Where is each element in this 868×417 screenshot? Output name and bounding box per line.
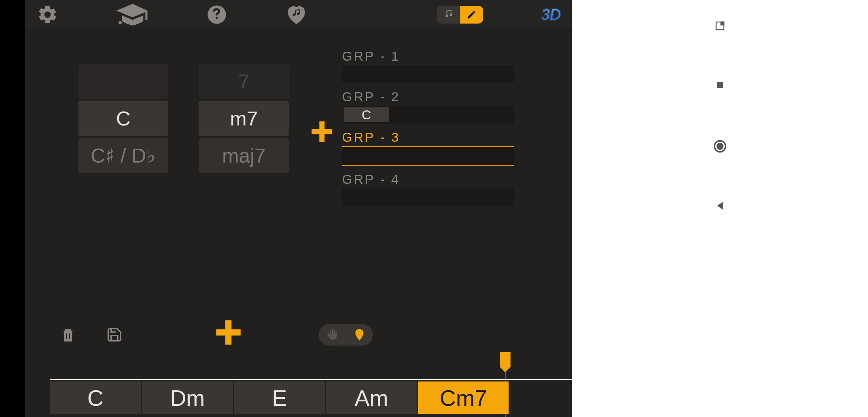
group-4[interactable]: GRP - 4 [342, 172, 514, 206]
root-note-wheel[interactable]: C C♯ / D♭ [78, 64, 168, 173]
stop-icon[interactable] [715, 80, 725, 91]
graduation-cap-icon[interactable] [116, 4, 149, 25]
group-label: GRP - 2 [342, 89, 514, 104]
heart-music-icon[interactable] [285, 4, 308, 25]
hand-icon [319, 328, 346, 341]
group-slot[interactable] [342, 65, 514, 83]
pin-icon [346, 327, 373, 342]
top-toolbar: 3D [25, 0, 572, 29]
add-chord-to-group-button[interactable] [310, 118, 334, 149]
group-slot[interactable] [342, 146, 514, 166]
root-wheel-below[interactable]: C♯ / D♭ [78, 138, 168, 173]
timeline-marker-line [505, 367, 505, 417]
action-row [25, 317, 572, 352]
type-wheel-above[interactable]: 7 [199, 64, 289, 99]
chord-type-wheel[interactable]: 7 m7 maj7 [199, 64, 289, 173]
svg-point-4 [297, 12, 300, 15]
group-slot[interactable] [342, 188, 514, 206]
timeline: CDmEAmCm7 [25, 352, 572, 417]
svg-rect-11 [721, 22, 724, 25]
type-wheel-below[interactable]: maj7 [199, 138, 289, 173]
type-wheel-selected[interactable]: m7 [199, 101, 289, 136]
group-label: GRP - 4 [342, 172, 514, 187]
svg-point-2 [293, 14, 295, 16]
group-label: GRP - 3 [342, 130, 514, 145]
hand-mode-toggle[interactable] [319, 324, 373, 346]
group-1[interactable]: GRP - 1 [342, 49, 514, 83]
save-icon[interactable] [106, 326, 123, 344]
add-to-timeline-button[interactable] [214, 318, 243, 352]
timeline-chord[interactable]: Am [326, 381, 417, 414]
svg-point-14 [717, 144, 723, 149]
timeline-chord[interactable]: Dm [142, 381, 233, 414]
help-icon[interactable] [207, 5, 227, 25]
fullscreen-icon[interactable] [714, 20, 726, 33]
timeline-chord-row: CDmEAmCm7 [25, 380, 572, 417]
record-icon[interactable] [713, 139, 727, 155]
svg-point-0 [119, 21, 122, 24]
group-chord-chip[interactable]: C [344, 107, 389, 122]
group-3[interactable]: GRP - 3 [342, 130, 514, 166]
timeline-chord[interactable]: Cm7 [418, 381, 509, 414]
svg-rect-12 [717, 82, 723, 88]
edit-mode-segment[interactable] [460, 6, 483, 24]
main-content: C C♯ / D♭ 7 m7 maj7 [25, 29, 572, 317]
group-label: GRP - 1 [342, 49, 514, 64]
left-black-strip [0, 0, 25, 417]
system-nav-panel [572, 0, 868, 417]
group-slot[interactable]: C [342, 106, 514, 124]
timeline-chord[interactable]: C [50, 381, 141, 414]
play-mode-segment[interactable] [437, 6, 460, 24]
group-2[interactable]: GRP - 2C [342, 89, 514, 124]
root-wheel-selected[interactable]: C [78, 101, 168, 136]
timeline-chord[interactable]: E [234, 381, 325, 414]
svg-rect-7 [311, 129, 332, 134]
gear-icon[interactable] [37, 4, 58, 25]
groups-area: GRP - 1GRP - 2CGRP - 3GRP - 4 [342, 37, 572, 317]
root-wheel-above[interactable] [78, 64, 168, 99]
back-triangle-icon[interactable] [714, 200, 726, 213]
timeline-marker[interactable] [500, 352, 511, 367]
chord-picker-area: C C♯ / D♭ 7 m7 maj7 [25, 37, 342, 317]
play-edit-toggle[interactable] [437, 6, 483, 24]
trash-icon[interactable] [60, 325, 76, 344]
svg-rect-9 [216, 329, 240, 336]
threeD-button[interactable]: 3D [541, 5, 560, 24]
